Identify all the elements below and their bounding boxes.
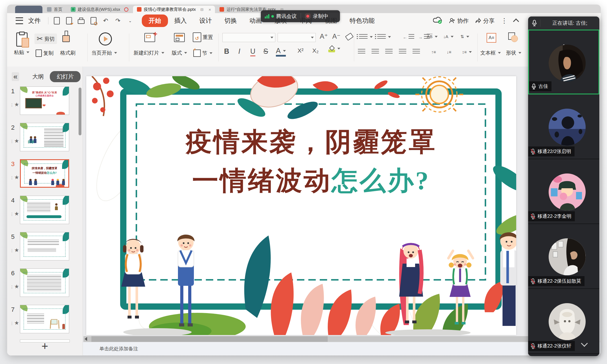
slide-title-line1[interactable]: 疫情来袭，阴霾笼罩 bbox=[185, 127, 437, 156]
hamburger-menu-icon[interactable] bbox=[16, 17, 23, 24]
tab-outline[interactable]: 大纲 bbox=[32, 73, 44, 80]
play-from-current-icon[interactable] bbox=[99, 32, 112, 46]
format-painter-button[interactable]: 格式刷 bbox=[60, 49, 75, 56]
move-down-button[interactable]: ↓≡ bbox=[447, 49, 451, 54]
layout-button[interactable]: 版式 bbox=[172, 49, 187, 56]
undo-icon[interactable]: ↶ bbox=[101, 16, 110, 25]
cut-button[interactable]: ✂剪切 bbox=[34, 34, 57, 44]
text-direction-button[interactable]: ↓A bbox=[443, 34, 454, 39]
new-slide-icon[interactable] bbox=[144, 33, 155, 42]
participant-tile[interactable]: 移通22-2倮伍姑散莫 bbox=[528, 224, 599, 289]
strikethrough-button[interactable]: S bbox=[263, 47, 268, 55]
slide-thumbnail-5[interactable] bbox=[20, 232, 69, 260]
tencent-meeting-pill[interactable]: 腾讯会议 录制中 bbox=[261, 10, 340, 22]
more-menu-icon[interactable]: ⋮ bbox=[501, 17, 508, 25]
shrink-font-button[interactable]: A⁻ bbox=[332, 32, 341, 40]
add-slide-button[interactable]: + bbox=[7, 340, 83, 353]
superscript-button[interactable]: X² bbox=[298, 47, 304, 54]
paste-icon[interactable] bbox=[16, 32, 28, 47]
highlight-button[interactable] bbox=[328, 45, 340, 52]
participant-tile[interactable]: 古佳 bbox=[528, 30, 599, 94]
tab-close-icon[interactable]: × bbox=[209, 7, 211, 12]
paste-button[interactable]: 粘贴 bbox=[14, 49, 29, 56]
save-icon[interactable] bbox=[65, 16, 73, 25]
tab-slides[interactable]: 幻灯片 bbox=[50, 71, 81, 82]
reset-button[interactable]: 重置 bbox=[193, 32, 213, 42]
new-document-icon[interactable] bbox=[52, 16, 61, 25]
bullet-list-button[interactable] bbox=[359, 34, 373, 40]
decrease-indent-button[interactable]: ← bbox=[403, 34, 414, 40]
participant-tile[interactable]: 移通22-2李金明 bbox=[528, 159, 599, 224]
clear-format-icon[interactable] bbox=[346, 32, 353, 39]
underline-button[interactable]: U bbox=[250, 47, 255, 56]
redo-icon[interactable]: ↷ bbox=[114, 16, 122, 25]
new-slide-button[interactable]: 新建幻灯片 bbox=[134, 49, 164, 56]
participant-tiles: 古佳移通22/2张启明移通22-2李金明移通22-2倮伍姑散莫移通22-2张仪轩 bbox=[528, 30, 599, 354]
align-left-button[interactable] bbox=[358, 49, 365, 55]
shapes-button[interactable]: 形状 bbox=[506, 49, 521, 56]
justify-button[interactable] bbox=[399, 49, 406, 55]
notes-bar[interactable]: 单击此处添加备注 bbox=[83, 342, 601, 355]
cloud-sync-icon[interactable] bbox=[433, 16, 443, 25]
font-color-button[interactable]: A bbox=[276, 47, 286, 57]
subscript-button[interactable]: X₂ bbox=[312, 47, 319, 54]
print-icon[interactable] bbox=[77, 16, 85, 25]
format-painter-icon[interactable] bbox=[63, 31, 69, 42]
tab-minimize-icon[interactable]: ⊟ bbox=[200, 7, 204, 12]
char-spacing-button[interactable]: AB bbox=[427, 34, 438, 39]
slide-thumbnail-6[interactable] bbox=[20, 268, 69, 297]
shapes-icon[interactable] bbox=[508, 32, 518, 42]
copy-button[interactable]: 复制 bbox=[36, 49, 54, 57]
vertical-align-button[interactable]: ⇅ bbox=[460, 34, 469, 39]
desktop: 首页 建设信息表(WPS).xlsx 疫情心理健康教育班会.pptx ⊟× 运行… bbox=[0, 0, 607, 364]
slide-thumbnail-7[interactable] bbox=[20, 305, 69, 333]
slide-thumbnail-4[interactable] bbox=[20, 196, 69, 224]
font-size-combobox[interactable] bbox=[278, 33, 316, 42]
scroll-left-arrow-icon[interactable] bbox=[85, 337, 87, 341]
numbered-list-button[interactable] bbox=[377, 34, 391, 40]
slide-thumbnail-3[interactable]: 疫情来袭，阴霾笼罩一情绪波动怎么办? bbox=[20, 159, 69, 188]
bold-button[interactable]: B bbox=[224, 47, 229, 55]
ribbon-tab-特色功能[interactable]: 特色功能 bbox=[343, 15, 381, 27]
collapse-panel-button[interactable]: « bbox=[12, 72, 19, 81]
share-button[interactable]: 分享 bbox=[475, 17, 495, 25]
collaborate-button[interactable]: 协作 bbox=[449, 17, 469, 25]
chevron-down-icon[interactable] bbox=[581, 340, 588, 347]
document-tab[interactable]: 疫情心理健康教育班会.pptx ⊟× bbox=[133, 6, 215, 13]
participant-tile[interactable]: 移通22-2张仪轩 bbox=[528, 289, 599, 354]
collapse-ribbon-icon[interactable] bbox=[513, 18, 519, 24]
slide-title-line2[interactable]: 一情绪波动怎么办? bbox=[192, 166, 430, 195]
print-preview-icon[interactable] bbox=[89, 16, 98, 25]
line-spacing-button[interactable]: ↕≡ bbox=[462, 49, 472, 54]
slide-thumbnail-2[interactable]: 目录 bbox=[20, 123, 69, 151]
distribute-button[interactable] bbox=[413, 49, 420, 55]
slide-thumbnail-1[interactable]: ❤疫"路成长 从"心"出发心理健康主题班会 bbox=[20, 86, 69, 115]
align-right-button[interactable] bbox=[385, 49, 393, 55]
move-up-button[interactable]: ↑≡ bbox=[431, 49, 436, 54]
textbox-icon[interactable]: A≡ bbox=[487, 33, 496, 43]
slide-canvas[interactable]: 疫情来袭，阴霾笼罩 一情绪波动怎么办? bbox=[86, 76, 516, 335]
ribbon-tab-切换[interactable]: 切换 bbox=[218, 15, 243, 27]
align-center-button[interactable] bbox=[372, 49, 379, 55]
font-family-combobox[interactable] bbox=[222, 33, 275, 42]
section-button[interactable]: 节 bbox=[193, 49, 212, 57]
italic-button[interactable]: I bbox=[238, 47, 240, 55]
scrollbar-thumb[interactable] bbox=[91, 336, 328, 342]
layout-icon[interactable] bbox=[174, 33, 185, 42]
ribbon-tab-设计[interactable]: 设计 bbox=[193, 15, 218, 27]
document-tab[interactable] bbox=[15, 6, 42, 13]
play-from-current-button[interactable]: 当页开始 bbox=[91, 49, 117, 56]
notes-placeholder[interactable]: 单击此处添加备注 bbox=[99, 346, 138, 352]
document-tab[interactable]: 首页 bbox=[43, 6, 66, 13]
ribbon-tab-插入[interactable]: 插入 bbox=[168, 15, 193, 27]
grow-font-button[interactable]: A⁺ bbox=[320, 32, 328, 40]
file-menu[interactable]: 文件 bbox=[28, 16, 41, 25]
quick-access-dropdown-icon[interactable]: ⌄ bbox=[126, 16, 134, 25]
copy-icon bbox=[36, 49, 42, 57]
textbox-button[interactable]: 文本框 bbox=[480, 49, 501, 56]
participant-tile[interactable]: 移通22/2张启明 bbox=[528, 94, 599, 159]
ribbon-tab-开始[interactable]: 开始 bbox=[142, 15, 168, 27]
horizontal-scrollbar[interactable] bbox=[83, 336, 533, 342]
document-tab[interactable]: 建设信息表(WPS).xlsx bbox=[67, 6, 132, 13]
document-tabs: 首页 建设信息表(WPS).xlsx 疫情心理健康教育班会.pptx ⊟× 运行… bbox=[15, 6, 288, 13]
